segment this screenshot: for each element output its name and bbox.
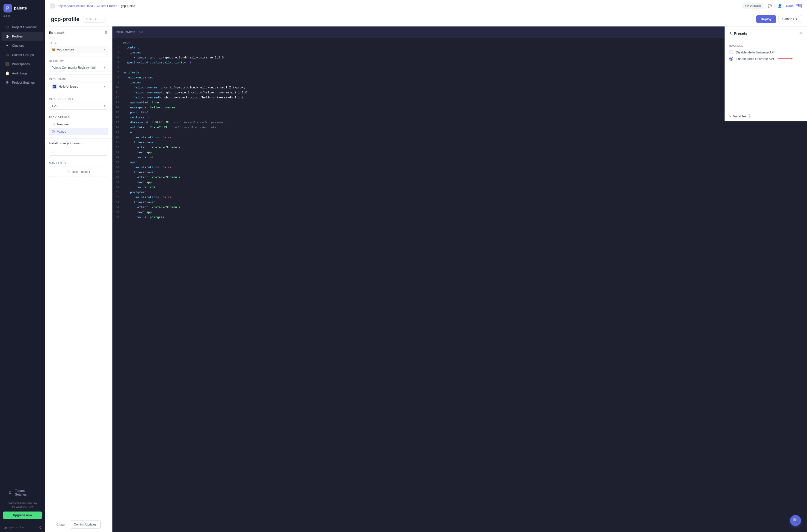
pack-details-section: Pack Details 📄 Readme ⟨/⟩ Values	[45, 113, 112, 138]
sidebar-item-workspaces[interactable]: ⬛ Workspaces	[1, 59, 43, 69]
new-manifest-button[interactable]: ⊕ New manifest	[49, 167, 108, 177]
code-line: 2 content:	[112, 45, 807, 51]
code-line: 15 port: 8080	[112, 110, 807, 115]
sidebar-item-project-settings[interactable]: ⚙ Project Settings	[1, 78, 43, 87]
preset-enable-option[interactable]: Enable Hello Universe API	[729, 57, 803, 61]
readme-icon: 📄	[52, 122, 55, 126]
presets-close-button[interactable]: ✕	[799, 31, 803, 36]
sidebar-collapse-icon[interactable]: ❮	[39, 526, 41, 529]
pack-name-field-group: Pack Name 🌌 Hello Universe ▾	[45, 75, 112, 94]
upgrade-button[interactable]: Upgrade now	[3, 512, 42, 519]
chat-icon[interactable]: 💬	[766, 2, 773, 10]
values-icon: ⟨/⟩	[52, 130, 55, 133]
sidebar-item-audit-logs[interactable]: 📋 Audit Logs	[1, 69, 43, 78]
type-field-group: Type 📦 App services ▾	[45, 38, 112, 56]
deploy-button[interactable]: Deploy	[756, 15, 776, 23]
version-select[interactable]: 1.0.0 ▾	[83, 16, 106, 22]
close-button[interactable]: Close	[56, 523, 65, 527]
user-icon[interactable]: 👤	[776, 2, 783, 10]
resource-badge: 1.29/100kCH	[743, 3, 763, 8]
manifests-label: Manifests	[49, 162, 108, 165]
code-line: 10 hellouniverse: ghcr.io/spectrocloud/h…	[112, 86, 807, 90]
install-order-label-row: Install order (Optional)	[49, 141, 108, 145]
code-line: 3 images:	[112, 51, 807, 55]
readme-item[interactable]: 📄 Readme	[49, 121, 108, 128]
type-chevron-icon: ▾	[104, 48, 106, 51]
brand-label: ☁ spectro cloud	[3, 525, 25, 530]
profile-title-area: gcp-profile 1.0.0 ▾	[51, 16, 106, 22]
pack-version-select[interactable]: 1.2.0 ▾	[49, 102, 108, 110]
svg-marker-1	[791, 58, 793, 60]
sidebar-item-tenant-settings[interactable]: ⚙ Tenant Settings	[4, 486, 40, 499]
sidebar-item-profiles[interactable]: ◑ Profiles	[1, 32, 43, 41]
sidebar-footer: ☁ spectro cloud ❮	[0, 522, 45, 532]
code-line: 28 effect: PreferNoSchedule	[112, 175, 807, 180]
breadcrumb-cluster-profiles[interactable]: Cluster Profiles	[97, 4, 117, 8]
pack-version-info-icon[interactable]: ℹ	[72, 97, 73, 101]
code-line: 9 images:	[112, 80, 807, 86]
type-label: Type	[49, 41, 108, 44]
code-line: 26 useTolerations: false	[112, 165, 807, 170]
values-item[interactable]: ⟨/⟩ Values	[49, 128, 108, 135]
settings-button[interactable]: Settings ▾	[778, 15, 801, 23]
code-line: 29 key: app	[112, 180, 807, 185]
cluster-groups-icon: ⊞	[5, 53, 10, 57]
sidebar-item-project-overview[interactable]: ⊡ Project Overview	[1, 22, 43, 32]
search-fab[interactable]: 🔍	[790, 515, 801, 526]
registry-select[interactable]: Palette Community Registry oci ▾	[49, 64, 108, 72]
type-select[interactable]: 📦 App services ▾	[49, 46, 108, 53]
breadcrumb-project[interactable]: Project-ScaleSecureTutoria	[56, 4, 93, 8]
editor-header: hello-universe 1.2.0 ⛶ Use defaults ⋮ ✕	[112, 26, 807, 37]
breadcrumb-current: gcp-profile	[121, 4, 135, 8]
edit-pack-panel: Edit pack 🗑 Type 📦 App services ▾ Regist…	[45, 26, 112, 532]
panel-footer: Close Confirm Updates	[45, 517, 112, 532]
install-order-input[interactable]	[49, 148, 108, 156]
search-fab-icon: 🔍	[793, 518, 798, 523]
preset-enable-radio[interactable]	[729, 57, 733, 61]
code-line: 17 dbPassword: REPLACE_ME # Add base64 e…	[112, 120, 807, 126]
delete-pack-button[interactable]: 🗑	[104, 31, 108, 35]
confirm-updates-button[interactable]: Confirm Updates	[70, 520, 101, 529]
pack-name-icon: 🌌	[52, 84, 57, 89]
version-badge: 4.4.19	[0, 15, 45, 20]
presets-title: Presets	[734, 31, 747, 36]
registry-label: Registry	[49, 59, 108, 62]
code-line: 31 postgres:	[112, 190, 807, 195]
docs-link[interactable]: Docs	[786, 4, 793, 8]
preset-disable-option[interactable]: Disable Hello Universe API	[729, 50, 803, 54]
variables-info-icon[interactable]: ⓘ	[748, 114, 751, 118]
main-content: 📄 Project-ScaleSecureTutoria / Cluster P…	[45, 0, 807, 532]
sidebar-item-label: Cluster Groups	[12, 53, 34, 57]
project-overview-icon: ⊡	[5, 25, 10, 29]
preset-disable-radio[interactable]	[729, 50, 733, 54]
sidebar-item-label: Project Settings	[12, 81, 35, 84]
code-line: 34 effect: PreferNoSchedule	[112, 205, 807, 210]
code-line: 18 authToken: REPLACE_ME # Add base64 en…	[112, 126, 807, 130]
code-line: 19 ui:	[112, 130, 807, 135]
sidebar-item-clusters[interactable]: ✦ Clusters	[1, 41, 43, 50]
code-line: 7manifests:	[112, 71, 807, 75]
presets-chevron-icon[interactable]: ∧	[729, 31, 732, 35]
code-line: 24 value: ui	[112, 155, 807, 160]
registry-badge: oci	[91, 66, 96, 70]
presets-section-label: Backend	[729, 44, 803, 47]
code-line: 4 - image: ghcr.io/spectrocloud/hello-un…	[112, 55, 807, 60]
pack-name-select[interactable]: 🌌 Hello Universe ▾	[49, 82, 108, 91]
sidebar-bottom: ⚙ Tenant Settings Start small and only p…	[0, 483, 45, 522]
presets-header: ∧ Presets ✕	[725, 26, 807, 40]
promo-text: Start small and only pay for what you us…	[3, 501, 42, 509]
sidebar-item-label: Profiles	[12, 35, 23, 38]
editor-tab: hello-universe 1.2.0	[116, 30, 143, 34]
topbar: 📄 Project-ScaleSecureTutoria / Cluster P…	[45, 0, 807, 12]
code-line: 32 useTolerations: false	[112, 195, 807, 200]
variables-chevron-icon[interactable]: ∨	[729, 114, 732, 118]
presets-body: Backend Disable Hello Universe API Enabl…	[725, 40, 807, 121]
code-line: 21 tolerations:	[112, 140, 807, 145]
breadcrumb-project-icon: 📄	[50, 3, 55, 8]
sidebar-nav: ⊡ Project Overview ◑ Profiles ✦ Clusters…	[0, 20, 45, 483]
tenant-settings-icon: ⚙	[8, 491, 13, 495]
pack-version-label: Pack Version	[49, 98, 71, 101]
version-select-chevron: ▾	[104, 104, 106, 108]
preset-disable-label: Disable Hello Universe API	[736, 51, 774, 54]
sidebar-item-cluster-groups[interactable]: ⊞ Cluster Groups	[1, 50, 43, 59]
